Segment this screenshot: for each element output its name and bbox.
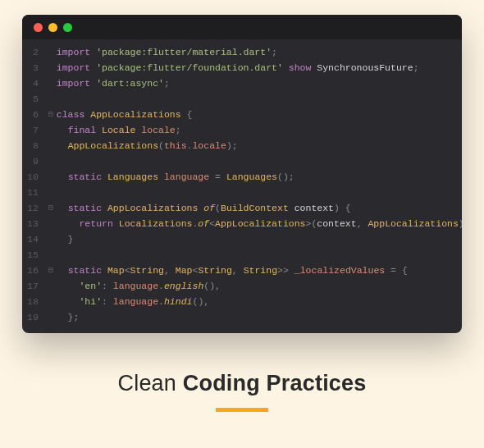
- code-line: }: [57, 231, 454, 247]
- caption-text: Clean Coding Practices: [117, 371, 366, 396]
- code-editor-window: 2345678910111213141516171819 ⊟⊟⊟ import …: [22, 15, 462, 333]
- code-area: 2345678910111213141516171819 ⊟⊟⊟ import …: [22, 39, 462, 333]
- code-line: static AppLocalizations of(BuildContext …: [57, 200, 454, 216]
- fold-spacer: [45, 294, 57, 309]
- fold-spacer: [45, 309, 57, 325]
- caption-light: Clean: [117, 371, 182, 395]
- fold-toggle-icon[interactable]: ⊟: [45, 263, 57, 278]
- code-line: [57, 153, 454, 169]
- line-number: 6: [27, 107, 39, 122]
- fold-spacer: [45, 278, 57, 294]
- fold-spacer: [45, 216, 57, 231]
- caption-underline: [216, 408, 268, 412]
- fold-gutter: ⊟⊟⊟: [45, 44, 57, 325]
- fold-spacer: [45, 231, 57, 247]
- line-number: 5: [27, 91, 39, 107]
- line-number: 3: [27, 60, 39, 75]
- line-number-gutter: 2345678910111213141516171819: [22, 44, 45, 325]
- window-titlebar: [22, 15, 462, 39]
- fold-spacer: [45, 122, 57, 138]
- line-number: 8: [27, 138, 39, 153]
- fold-spacer: [45, 91, 57, 107]
- line-number: 9: [27, 153, 39, 169]
- line-number: 12: [27, 200, 39, 216]
- line-number: 2: [27, 44, 39, 60]
- code-line: [57, 185, 454, 200]
- code-line: [57, 91, 454, 107]
- minimize-icon[interactable]: [48, 23, 57, 32]
- code-content[interactable]: import 'package:flutter/material.dart';i…: [57, 44, 462, 325]
- fold-toggle-icon[interactable]: ⊟: [45, 107, 57, 122]
- line-number: 11: [27, 185, 39, 200]
- fold-spacer: [45, 169, 57, 185]
- fold-spacer: [45, 138, 57, 153]
- fold-spacer: [45, 185, 57, 200]
- line-number: 14: [27, 231, 39, 247]
- fold-spacer: [45, 153, 57, 169]
- code-line: return Localizations.of<AppLocalizations…: [57, 216, 454, 231]
- line-number: 10: [27, 169, 39, 185]
- fold-toggle-icon[interactable]: ⊟: [45, 200, 57, 216]
- maximize-icon[interactable]: [63, 23, 72, 32]
- close-icon[interactable]: [34, 23, 43, 32]
- code-line: import 'package:flutter/material.dart';: [57, 44, 454, 60]
- line-number: 13: [27, 216, 39, 231]
- code-line: [57, 247, 454, 263]
- line-number: 19: [27, 309, 39, 325]
- code-line: 'hi': language.hindi(),: [57, 294, 454, 309]
- fold-spacer: [45, 247, 57, 263]
- code-line: AppLocalizations(this.locale);: [57, 138, 454, 153]
- code-line: class AppLocalizations {: [57, 107, 454, 122]
- code-line: import 'dart:async';: [57, 75, 454, 91]
- code-line: final Locale locale;: [57, 122, 454, 138]
- line-number: 18: [27, 294, 39, 309]
- line-number: 4: [27, 75, 39, 91]
- code-line: import 'package:flutter/foundation.dart'…: [57, 60, 454, 75]
- line-number: 17: [27, 278, 39, 294]
- fold-spacer: [45, 60, 57, 75]
- line-number: 15: [27, 247, 39, 263]
- code-line: static Languages language = Languages();: [57, 169, 454, 185]
- code-line: static Map<String, Map<String, String>> …: [57, 263, 454, 278]
- caption-bold: Coding Practices: [183, 371, 367, 395]
- code-line: };: [57, 309, 454, 325]
- fold-spacer: [45, 44, 57, 60]
- line-number: 16: [27, 263, 39, 278]
- line-number: 7: [27, 122, 39, 138]
- code-line: 'en': language.english(),: [57, 278, 454, 294]
- fold-spacer: [45, 75, 57, 91]
